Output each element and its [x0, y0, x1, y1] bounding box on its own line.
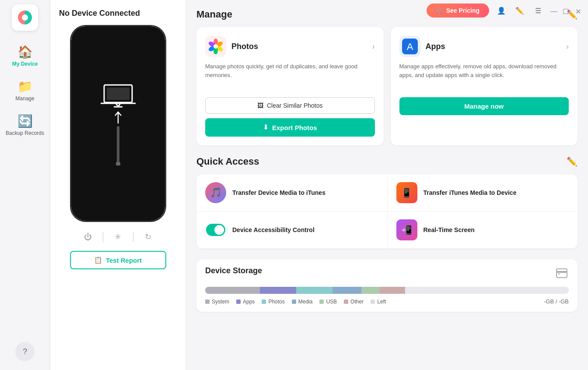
cart-icon: 🛒 — [436, 7, 444, 14]
svg-rect-3 — [107, 88, 130, 100]
download-icon: ⬇ — [263, 123, 269, 131]
legend-label-photos: Photos — [268, 299, 284, 305]
phone-body — [70, 25, 166, 222]
toggle-icon — [206, 224, 225, 236]
refresh-icon-btn[interactable]: ✳ — [110, 229, 126, 245]
quick-item-transfer-to-device[interactable]: 📱 Transfer iTunes Media to Device — [387, 174, 578, 211]
storage-gb-text: -GB / -GB — [544, 298, 569, 305]
itunes-icon: 🎵 — [205, 182, 226, 203]
upload-arrow-icon — [114, 111, 122, 124]
legend-label-usb: USB — [326, 299, 337, 305]
legend-label-other: Other — [350, 299, 364, 305]
account-icon[interactable]: 👤 — [495, 4, 508, 17]
quick-item-accessibility[interactable]: Device Accessibility Control — [196, 211, 387, 249]
sidebar-item-my-device[interactable]: 🏠 My Device — [0, 39, 50, 72]
sidebar-item-label-backup: Backup Records — [6, 130, 44, 136]
manage-cards: Photos › Manage photos quickly, get rid … — [196, 27, 578, 145]
svg-point-18 — [214, 44, 218, 49]
legend-photos: Photos — [262, 299, 284, 305]
legend-dot-usb — [319, 300, 324, 304]
photos-card-desc: Manage photos quickly, get rid of duplic… — [205, 62, 375, 88]
divider1 — [103, 232, 103, 242]
close-button[interactable]: ✕ — [575, 7, 581, 14]
test-report-label: Test Report — [106, 257, 142, 264]
help-button[interactable]: ? — [15, 342, 35, 361]
quick-item-transfer-to-itunes[interactable]: 🎵 Transfer Device Media to iTunes — [196, 174, 387, 211]
legend-label-system: System — [212, 299, 229, 305]
apps-card-header: A Apps › — [399, 36, 569, 57]
quick-access-grid: 🎵 Transfer Device Media to iTunes 📱 Tran… — [196, 174, 578, 249]
power-button[interactable]: ⏻ — [80, 229, 96, 245]
svg-rect-25 — [558, 273, 560, 275]
home-icon: 🏠 — [18, 45, 33, 59]
storage-title: Device Storage — [205, 266, 262, 275]
storage-segment-system — [205, 287, 260, 294]
sidebar-bottom: ? — [15, 342, 35, 361]
device-panel: No Device Connected — [50, 0, 186, 370]
storage-segment-usb — [361, 287, 380, 294]
sidebar: 🏠 My Device 📁 Manage 🔄 Backup Records ? — [0, 0, 50, 370]
legend-dot-media — [292, 300, 296, 304]
storage-icon — [555, 267, 569, 281]
legend-other: Other — [344, 299, 364, 305]
storage-legend: System Apps Photos Media — [205, 298, 569, 305]
menu-icon[interactable]: ☰ — [532, 4, 544, 17]
manage-now-label: Manage now — [464, 102, 504, 110]
sidebar-item-manage[interactable]: 📁 Manage — [0, 74, 50, 107]
quick-label-transfer-to-itunes: Transfer Device Media to iTunes — [232, 189, 326, 196]
laptop-icon — [101, 81, 136, 108]
question-icon: ? — [23, 347, 27, 356]
see-pricing-button[interactable]: 🛒 See Pricing — [427, 4, 489, 18]
storage-segment-media — [332, 287, 361, 294]
photos-card-header: Photos › — [205, 36, 375, 57]
clear-similar-button[interactable]: 🖼 Clear Similar Photos — [205, 97, 375, 114]
content-area: No Device Connected — [50, 0, 588, 370]
legend-media: Media — [292, 299, 313, 305]
svg-rect-10 — [116, 162, 120, 166]
rotate-button[interactable]: ↻ — [140, 229, 156, 245]
maximize-button[interactable]: ☐ — [563, 7, 569, 14]
app-logo — [12, 4, 38, 31]
legend-dot-left — [371, 300, 375, 304]
legend-dot-system — [205, 300, 210, 304]
photos-card-title: Photos — [231, 42, 367, 51]
phone-container — [70, 25, 166, 222]
phone-controls: ⏻ ✳ ↻ — [80, 229, 156, 245]
titlebar: 🛒 See Pricing 👤 ✏️ ☰ — ☐ ✕ — [420, 0, 588, 21]
legend-dot-photos — [262, 300, 266, 304]
legend-apps: Apps — [236, 299, 255, 305]
storage-segment-apps — [260, 287, 296, 294]
backup-icon: 🔄 — [18, 114, 33, 128]
apps-card-desc: Manage apps effectively, remove old apps… — [399, 62, 569, 88]
legend-label-media: Media — [298, 299, 313, 305]
manage-now-button[interactable]: Manage now — [399, 97, 569, 115]
apps-card: A Apps › Manage apps effectively, remove… — [391, 27, 578, 145]
sidebar-item-label-my-device: My Device — [12, 61, 38, 67]
svg-rect-9 — [117, 126, 119, 166]
storage-bar — [205, 287, 569, 294]
legend-label-apps: Apps — [243, 299, 255, 305]
quick-access-edit-icon[interactable]: ✏️ — [567, 156, 578, 167]
edit-titlebar-icon[interactable]: ✏️ — [514, 4, 526, 17]
device-transfer-icon: 📱 — [396, 182, 417, 203]
sidebar-item-backup-records[interactable]: 🔄 Backup Records — [0, 109, 50, 141]
main-content: 🛒 See Pricing 👤 ✏️ ☰ — ☐ ✕ No Device Con… — [50, 0, 588, 370]
storage-segment-left — [405, 287, 569, 294]
minimize-button[interactable]: — — [550, 7, 556, 14]
quick-access-title: Quick Access — [196, 156, 259, 167]
svg-text:A: A — [406, 41, 413, 52]
quick-item-realtime-screen[interactable]: 📲 Real-Time Screen — [387, 211, 578, 249]
quick-label-transfer-to-device: Transfer iTunes Media to Device — [424, 189, 517, 196]
photos-card-arrow: › — [372, 42, 375, 51]
photos-card: Photos › Manage photos quickly, get rid … — [196, 27, 384, 145]
test-report-button[interactable]: 📋 Test Report — [70, 251, 166, 269]
right-panel: Manage ✏️ — [186, 0, 588, 370]
legend-dot-other — [344, 300, 348, 304]
apps-card-title: Apps — [426, 42, 561, 51]
export-photos-button[interactable]: ⬇ Export Photos — [205, 118, 375, 137]
accessibility-icon — [205, 219, 226, 240]
phone-screen — [71, 26, 165, 221]
divider2 — [133, 232, 133, 242]
clipboard-icon: 📋 — [94, 256, 102, 264]
sidebar-item-label-manage: Manage — [15, 95, 34, 102]
